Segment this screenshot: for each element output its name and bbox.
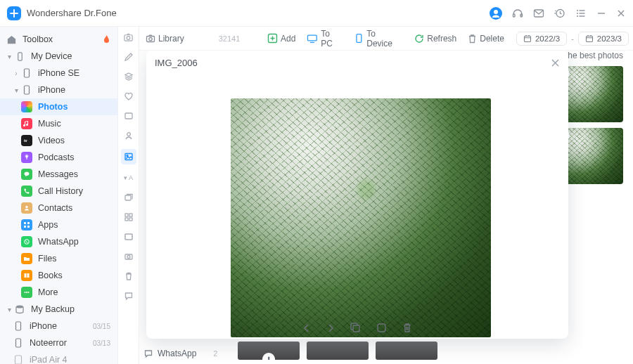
sidebar-item-music[interactable]: Music — [0, 115, 117, 132]
camera-icon[interactable] — [122, 31, 135, 44]
svg-point-26 — [16, 306, 23, 308]
history-icon[interactable] — [554, 8, 565, 19]
cloud-download-icon: ⬇ — [262, 353, 275, 360]
strip-thumbnail[interactable] — [376, 342, 437, 360]
camera2-icon[interactable] — [122, 250, 135, 263]
svg-point-6 — [577, 10, 578, 11]
account-icon[interactable] — [490, 7, 502, 20]
minimize-button[interactable] — [596, 8, 606, 18]
sidebar-item-label: Noteerror — [30, 338, 93, 348]
sidebar-item-label: My Device — [31, 51, 110, 61]
sidebar-item-whatsapp[interactable]: WhatsApp — [0, 233, 117, 250]
rotate-button[interactable] — [376, 323, 387, 333]
sidebar-item-photos[interactable]: Photos — [0, 98, 117, 115]
trash2-icon[interactable] — [122, 270, 135, 282]
library-text: Library — [158, 34, 184, 44]
svg-rect-36 — [125, 195, 131, 200]
backup-date: 03/13 — [93, 339, 110, 347]
sidebar-toolbox[interactable]: Toolbox — [0, 31, 117, 48]
more-icon — [21, 287, 32, 298]
svg-point-22 — [25, 240, 30, 245]
pencil-icon[interactable] — [122, 51, 135, 63]
podcasts-icon — [21, 152, 32, 163]
svg-rect-41 — [125, 234, 132, 240]
svg-rect-28 — [16, 339, 21, 347]
svg-rect-2 — [513, 14, 516, 17]
sidebar-item-videos[interactable]: tv Videos — [0, 132, 117, 149]
person-icon[interactable] — [122, 129, 135, 142]
sidebar-backup-iphone[interactable]: iPhone 03/15 — [0, 318, 117, 334]
message2-icon[interactable] — [122, 290, 135, 302]
delete-preview-button[interactable] — [402, 323, 412, 333]
sub-album-label: WhatsApp — [158, 349, 196, 358]
menu-icon[interactable] — [575, 8, 587, 19]
date-from-button[interactable]: 2022/3 — [516, 32, 567, 46]
phone-icon — [21, 186, 32, 197]
sidebar-item-podcasts[interactable]: Podcasts — [0, 149, 117, 166]
headset-icon[interactable] — [512, 8, 523, 19]
svg-point-10 — [577, 15, 578, 17]
sub-album-row[interactable]: WhatsApp 2 — [143, 349, 217, 358]
sidebar-backup-ipad[interactable]: iPad Air 4 — [0, 351, 117, 364]
chat-icon — [143, 349, 153, 358]
to-device-button[interactable]: To Device — [351, 27, 407, 51]
sidebar-iphone-se[interactable]: › iPhone SE — [0, 65, 117, 82]
to-pc-button[interactable]: To PC — [303, 27, 347, 51]
sidebar-item-files[interactable]: Files — [0, 250, 117, 267]
chevron-down-icon: ▾ — [6, 53, 13, 60]
sidebar-item-label: iPad Air 4 — [30, 355, 110, 364]
svg-point-35 — [127, 155, 128, 157]
strip-thumbnail[interactable]: ⬇ — [238, 342, 300, 360]
preview-controls — [146, 323, 568, 333]
preview-header: IMG_2006 — [146, 51, 568, 74]
svg-rect-9 — [580, 13, 585, 13]
sidebar-item-more[interactable]: More — [0, 284, 117, 301]
layers-icon[interactable] — [122, 70, 135, 83]
preview-filename: IMG_2006 — [155, 58, 198, 68]
svg-rect-3 — [520, 14, 523, 17]
svg-rect-50 — [586, 36, 592, 41]
whatsapp-icon — [21, 236, 32, 247]
image-icon[interactable] — [121, 149, 136, 164]
svg-rect-7 — [580, 10, 585, 11]
next-button[interactable] — [326, 323, 335, 333]
sidebar-item-books[interactable]: Books — [0, 267, 117, 284]
refresh-button[interactable]: Refresh — [411, 32, 460, 46]
calendar-icon — [585, 34, 594, 43]
grid-icon[interactable] — [122, 211, 135, 223]
sidebar-backup-noteerror[interactable]: Noteerror 03/13 — [0, 334, 117, 351]
sidebar-item-messages[interactable]: Messages — [0, 166, 117, 183]
gallery-area: Keep the best photos WhatsApp 2 ⬇ — [139, 51, 633, 364]
contacts-icon — [21, 202, 32, 214]
sidebar-item-label: Toolbox — [23, 34, 103, 44]
svg-point-1 — [494, 10, 498, 14]
delete-button[interactable]: Delete — [464, 32, 508, 46]
sidebar-item-callhistory[interactable]: Call History — [0, 183, 117, 200]
close-button[interactable] — [616, 8, 626, 18]
svg-rect-37 — [125, 214, 128, 216]
clip-icon[interactable] — [122, 230, 135, 243]
sidebar-my-backup[interactable]: ▾ My Backup — [0, 301, 117, 318]
sidebar-my-device[interactable]: ▾ My Device — [0, 48, 117, 65]
date-to-button[interactable]: 2023/3 — [578, 32, 629, 46]
copy-button[interactable] — [350, 323, 361, 333]
close-preview-button[interactable] — [551, 58, 560, 67]
svg-point-43 — [127, 256, 130, 259]
refresh-icon — [414, 34, 424, 44]
svg-point-31 — [127, 36, 130, 39]
sidebar-item-label: Photos — [38, 102, 110, 112]
library-label[interactable]: Library — [142, 32, 188, 46]
sidebar-item-contacts[interactable]: Contacts — [0, 200, 117, 216]
sidebar-iphone[interactable]: ▾ iPhone — [0, 82, 117, 98]
sidebar-item-label: WhatsApp — [38, 237, 110, 247]
to-device-label: To Device — [366, 29, 403, 48]
backup-icon — [14, 304, 25, 315]
add-button[interactable]: Add — [264, 31, 299, 46]
stack-icon[interactable] — [122, 191, 135, 204]
strip-thumbnail[interactable] — [307, 342, 369, 360]
prev-button[interactable] — [302, 323, 311, 333]
sidebar-item-apps[interactable]: Apps — [0, 216, 117, 233]
heart-icon[interactable] — [122, 90, 135, 103]
rect-icon[interactable] — [122, 110, 135, 122]
mail-icon[interactable] — [533, 8, 544, 19]
